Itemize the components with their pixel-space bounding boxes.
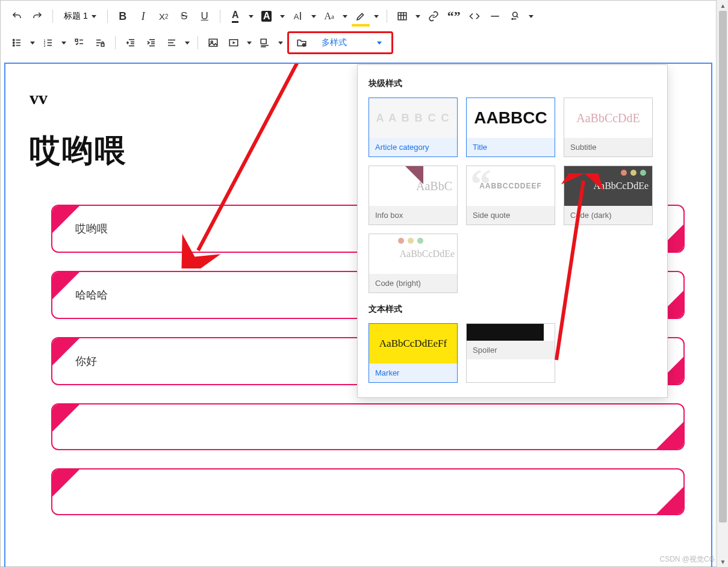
image-indent-dropdown[interactable] — [276, 42, 285, 45]
toolbar-row-2: 123 多样式 — [8, 31, 709, 55]
svg-point-7 — [13, 42, 14, 43]
strikethrough-button[interactable]: S — [175, 7, 193, 25]
media-dropdown[interactable] — [245, 42, 254, 45]
watermark: CSDN @视觉CG — [659, 554, 715, 565]
style-label: Article category — [369, 138, 457, 156]
style-card-article-category[interactable]: A A B B C CArticle category — [369, 98, 458, 157]
image-indent-button[interactable] — [256, 34, 274, 52]
styled-content-box[interactable] — [51, 403, 685, 450]
lock-list-button[interactable] — [91, 34, 109, 52]
redo-button[interactable] — [28, 7, 46, 25]
style-card-code-bright-[interactable]: AaBbCcDdEeCode (bright) — [369, 234, 458, 293]
scroll-down-button[interactable]: ▼ — [718, 556, 728, 567]
style-card-code-dark-[interactable]: AaBbCcDdEeCode (dark) — [564, 166, 653, 225]
highlight-button[interactable] — [352, 7, 370, 25]
style-label: Side quote — [467, 206, 555, 225]
find-replace-dropdown[interactable] — [527, 15, 535, 18]
table-button[interactable] — [393, 7, 411, 25]
highlighted-toolbar-section: 多样式 — [287, 31, 393, 54]
svg-point-6 — [13, 39, 14, 40]
separator — [107, 10, 108, 23]
task-list-button[interactable] — [70, 34, 89, 52]
svg-rect-36 — [209, 39, 217, 46]
text-styles-grid: AaBbCcDdEeFfMarkerSpoiler — [369, 323, 656, 383]
subscript-button[interactable]: X2 — [155, 7, 173, 25]
heading-dropdown-label: 标题 1 — [64, 11, 88, 22]
text-styles-heading: 文本样式 — [369, 304, 656, 315]
indent-button[interactable] — [142, 34, 160, 52]
media-button[interactable] — [225, 34, 243, 52]
bold-button[interactable]: B — [114, 7, 132, 25]
table-dropdown[interactable] — [414, 15, 422, 18]
separator — [198, 36, 198, 49]
horizontal-line-button[interactable] — [486, 7, 504, 25]
style-card-subtitle[interactable]: AaBbCcDdESubtitle — [564, 98, 653, 157]
separator — [52, 10, 53, 23]
style-preview: AaBbCcDdEe — [564, 166, 652, 206]
style-preview: AABBCC — [467, 98, 555, 138]
style-card-title[interactable]: AABBCCTitle — [466, 98, 555, 157]
multi-style-label: 多样式 — [322, 37, 347, 48]
svg-rect-24 — [101, 44, 104, 47]
box-text: 哈哈哈 — [75, 289, 108, 301]
svg-rect-40 — [261, 39, 266, 44]
find-replace-button[interactable] — [506, 7, 524, 25]
toolbar-row-1: 标题 1 B I X2 S U A A AI Aa “” — [8, 4, 709, 28]
bg-color-dropdown[interactable] — [278, 15, 287, 18]
chevron-down-icon — [92, 15, 96, 18]
style-card-info-box[interactable]: AaBbCInfo box — [369, 166, 458, 225]
style-card-marker[interactable]: AaBbCcDdEeFfMarker — [369, 323, 458, 383]
link-button[interactable] — [425, 7, 443, 25]
bullet-list-dropdown[interactable] — [28, 42, 37, 45]
chevron-down-icon — [377, 42, 382, 45]
align-dropdown[interactable] — [183, 42, 191, 45]
style-label: Spoiler — [467, 341, 555, 359]
code-button[interactable] — [465, 7, 484, 25]
style-preview: AaBbCcDdEeFf — [369, 324, 457, 364]
svg-point-8 — [13, 45, 14, 46]
vertical-scrollbar[interactable]: ▲ ▼ — [717, 0, 728, 567]
separator — [220, 10, 220, 23]
numbered-list-button[interactable]: 123 — [39, 34, 57, 52]
separator — [387, 10, 387, 23]
font-color-button[interactable]: A — [226, 7, 244, 25]
style-label: Subtitle — [564, 138, 652, 156]
style-preview: AaBbCcDdEe — [369, 234, 457, 274]
italic-button[interactable]: I — [134, 7, 152, 25]
style-label: Code (bright) — [369, 274, 457, 293]
multi-style-dropdown[interactable]: 多样式 — [316, 34, 388, 52]
svg-text:3: 3 — [44, 44, 46, 48]
bg-color-button[interactable]: A — [258, 7, 276, 25]
style-card-side-quote[interactable]: “AABBCCDDEEFSide quote — [466, 166, 555, 225]
numbered-list-dropdown[interactable] — [60, 42, 68, 45]
template-folder-button[interactable] — [293, 34, 311, 52]
font-color-dropdown[interactable] — [247, 15, 255, 18]
style-preview — [467, 324, 544, 341]
blockquote-button[interactable]: “” — [445, 7, 463, 25]
font-family-button[interactable]: Aa — [320, 7, 338, 25]
underline-button[interactable]: U — [196, 7, 214, 25]
separator — [115, 36, 116, 49]
scroll-up-button[interactable]: ▲ — [718, 0, 728, 11]
style-preview: AaBbCcDdE — [564, 98, 652, 138]
style-label: Code (dark) — [564, 206, 652, 225]
scroll-thumb[interactable] — [719, 11, 727, 522]
bullet-list-button[interactable] — [8, 34, 26, 52]
font-size-dropdown[interactable] — [310, 15, 318, 18]
align-button[interactable] — [163, 34, 181, 52]
heading-dropdown[interactable]: 标题 1 — [59, 7, 101, 25]
image-button[interactable] — [204, 34, 222, 52]
block-styles-heading: 块级样式 — [369, 78, 656, 89]
toolbar: 标题 1 B I X2 S U A A AI Aa “” 123 — [1, 1, 716, 59]
svg-marker-39 — [233, 42, 236, 45]
styled-content-box[interactable] — [51, 468, 685, 515]
svg-rect-18 — [75, 39, 78, 42]
outdent-button[interactable] — [122, 34, 140, 52]
style-card-spoiler[interactable]: Spoiler — [466, 323, 555, 383]
font-size-button[interactable]: AI — [289, 7, 307, 25]
font-family-dropdown[interactable] — [341, 15, 349, 18]
undo-button[interactable] — [8, 7, 26, 25]
style-label: Marker — [369, 364, 457, 382]
highlight-dropdown[interactable] — [372, 15, 381, 18]
style-label: Info box — [369, 206, 457, 225]
